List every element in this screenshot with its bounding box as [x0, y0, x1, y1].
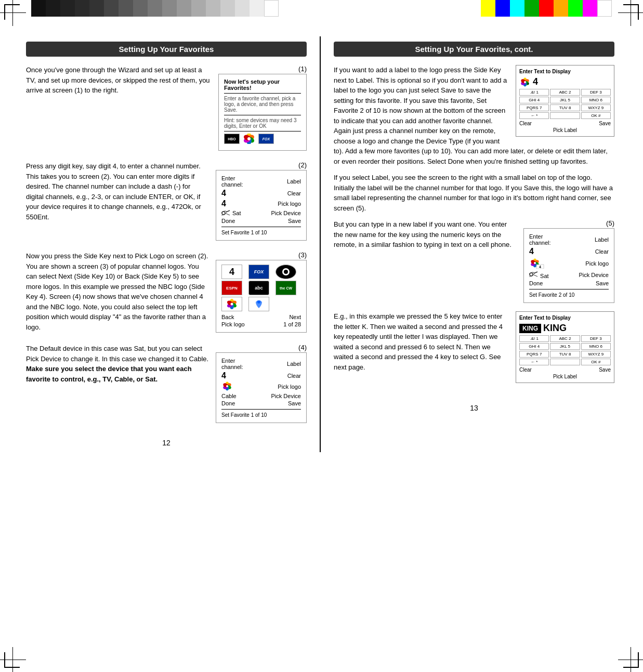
screen-label-buttons: Clear Save	[519, 121, 611, 126]
screen1-container: (1) Now let's setup your Favorites! Ente…	[218, 65, 307, 151]
kb-king-1: .&! 1	[519, 335, 549, 342]
logo-fox: FOX	[248, 265, 269, 279]
screen-label-title: Enter Text to Display	[519, 69, 611, 74]
screen3-logo-grid: 4 FOX ESPN abc the CW	[221, 265, 301, 311]
section3-top: Now you press the Side Key next to Pick …	[26, 251, 307, 338]
screen5-row-enter: Enterchannel: Label	[529, 233, 609, 246]
color-swatch	[177, 0, 191, 17]
screen-label-clear: Clear	[519, 121, 532, 126]
screen3-labels: Pick logo 1 of 28	[221, 321, 301, 328]
screen5-value-label: Label	[595, 236, 609, 243]
screen5-value-picklogo: Pick logo	[585, 260, 609, 267]
section3-bottom: The Default device in this case was Sat,…	[26, 344, 307, 423]
screen2-label-enter: Enterchannel:	[221, 175, 243, 188]
screen5-container: (5) Enterchannel: Label 4 Clear	[523, 219, 614, 303]
kb-king-5: JKL 5	[550, 343, 580, 350]
screen3-number: (3)	[216, 251, 307, 259]
color-swatch	[191, 0, 206, 17]
screen5-label-enter: Enterchannel:	[529, 233, 551, 246]
screen2-value-4b: 4	[221, 199, 226, 208]
page-number-right: 13	[334, 404, 614, 412]
crosshair-top-left	[4, 4, 20, 20]
left-heading: Setting Up Your Favorites	[26, 42, 307, 57]
section3: Now you press the Side Key next to Pick …	[26, 251, 307, 423]
kb-5: JKL 5	[550, 97, 580, 103]
screen-king-buttons: Clear Save	[519, 367, 611, 373]
right-section2: But you can type in a new label if you w…	[334, 219, 614, 303]
logo-espn: ESPN	[221, 281, 242, 295]
kb-king-0	[550, 359, 580, 365]
section3-para1: Now you press the Side Key next to Pick …	[26, 251, 209, 332]
color-swatch	[75, 0, 89, 17]
king-logo: KING	[519, 324, 541, 333]
kb-king-3: DEF 3	[581, 335, 611, 342]
section1-text: Once you've gone through the Wizard and …	[26, 65, 212, 151]
screen4-row-setfav: Set Favorite 1 of 10	[221, 412, 301, 418]
screen-king-box: Enter Text to Display KING KING .&! 1 AB…	[516, 311, 614, 383]
divider	[224, 115, 301, 115]
screen4-value-clear: Clear	[287, 373, 301, 379]
right-section3: Enter Text to Display KING KING .&! 1 AB…	[334, 311, 614, 388]
kb-king-back: ← *	[519, 359, 549, 365]
kb-1: .&! 1	[519, 89, 549, 96]
section3-text: Now you press the Side Key next to Pick …	[26, 251, 209, 338]
right-section2-para: But you can type in a new label if you w…	[334, 219, 517, 250]
color-swatch	[148, 0, 162, 17]
kb-king-7: PQRS 7	[519, 351, 549, 358]
divider	[529, 289, 609, 289]
screen5-value-4: 4	[529, 247, 534, 256]
screen4-cable: Cable	[221, 393, 237, 399]
color-swatch	[133, 0, 148, 17]
color-bar-right	[481, 0, 612, 17]
color-swatch	[119, 0, 133, 17]
screen-king-logo-row: KING KING	[519, 323, 611, 334]
screen3-picklogo: Pick logo	[221, 321, 245, 327]
screen1-number: (1)	[218, 65, 307, 73]
screen4-label-enter: Enterchannel:	[221, 358, 243, 370]
screen2-box: Enterchannel: Label 4 Clear 4 Pick logo	[216, 170, 307, 241]
kb-7: PQRS 7	[519, 104, 549, 111]
screen2-row-enter: Enterchannel: Label	[221, 175, 301, 188]
screen4-value-label: Label	[287, 361, 301, 367]
screen4-nbc-logo	[221, 381, 233, 392]
screen-label-box: Enter Text to Display 4	[516, 65, 614, 137]
kb-ok: OK #	[581, 112, 611, 119]
screen-label-container: Enter Text to Display 4	[516, 65, 614, 137]
svg-point-35	[524, 81, 526, 83]
screen-king-keyboard: .&! 1 ABC 2 DEF 3 GHI 4 JKL 5 MNO 6 PQRS…	[519, 335, 611, 365]
screen4-setfav-label: Set Favorite 1 of 10	[221, 412, 267, 418]
color-swatch	[597, 0, 612, 17]
nbc-logo-screen: 4	[519, 77, 531, 87]
screen5-row-sat: Sat Pick Device	[529, 270, 609, 280]
screen5-row-setfav: Set Favorite 2 of 10	[529, 292, 609, 298]
screen4-value-save: Save	[288, 400, 301, 406]
divider	[224, 93, 301, 94]
screen5-value-done: Done	[529, 280, 543, 286]
logo-4: 4	[221, 265, 242, 279]
screen4-row-4: 4 Clear	[221, 371, 301, 381]
screen2-value-label: Label	[287, 178, 301, 185]
screen3-container: (3) 4 FOX ESPN abc the CW	[216, 251, 307, 338]
screen4-row-nbc: Pick logo	[221, 381, 301, 392]
logo-nbc	[221, 297, 242, 311]
screen2-value-done: Done	[221, 218, 235, 224]
kb-king-8: TUV 8	[550, 351, 580, 358]
right-section2-text: But you can type in a new label if you w…	[334, 219, 517, 303]
svg-point-6	[247, 137, 251, 140]
svg-text:4: 4	[539, 265, 541, 269]
screen-label-save: Save	[599, 121, 611, 126]
nbc-logo	[242, 134, 256, 144]
screen2-number: (2)	[216, 161, 307, 169]
screen2-value-4a: 4	[221, 189, 226, 198]
screen4-row-enter: Enterchannel: Label	[221, 357, 301, 371]
section2-paragraph: Press any digit key, say digit 4, to ent…	[26, 161, 209, 222]
color-swatch	[89, 0, 104, 17]
screen3-next: Next	[289, 314, 301, 320]
screen3-back: Back	[221, 314, 234, 320]
screen4-value-4: 4	[221, 371, 226, 380]
screen1-hint1: Enter a favorite channel, pick a logo, a…	[224, 96, 301, 113]
screen2-sat: Sat	[221, 209, 241, 217]
svg-point-43	[534, 262, 536, 264]
screen2-value-picklogo: Pick logo	[278, 201, 301, 207]
kb-2: ABC 2	[550, 89, 580, 96]
